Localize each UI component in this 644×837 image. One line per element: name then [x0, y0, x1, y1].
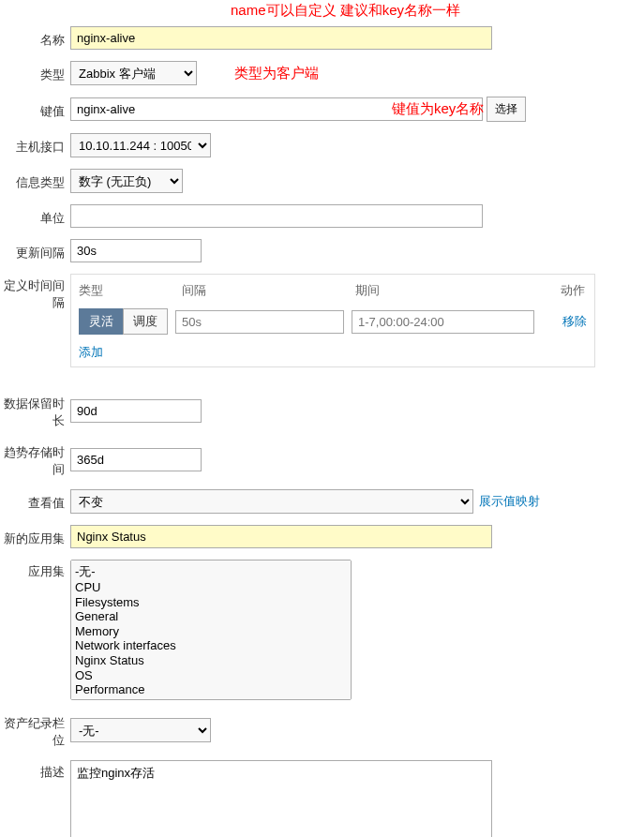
intervals-hdr-period: 期间	[355, 282, 547, 299]
new-app-input[interactable]	[70, 525, 492, 548]
list-item[interactable]: Filesystems	[75, 595, 347, 610]
unit-input[interactable]	[70, 204, 483, 228]
intervals-hdr-type: 类型	[79, 282, 182, 299]
list-item[interactable]: Network interfaces	[75, 638, 347, 653]
history-input[interactable]	[70, 399, 202, 423]
list-item[interactable]: CPU	[75, 580, 347, 595]
label-unit: 单位	[0, 206, 70, 227]
label-new-app: 新的应用集	[0, 527, 70, 547]
label-history: 数据保留时长	[0, 392, 70, 429]
label-update-interval: 更新间隔	[0, 241, 70, 262]
custom-intervals-box: 类型 间隔 期间 动作 灵活 调度 移除 添加	[70, 274, 595, 367]
label-key: 键值	[0, 99, 70, 120]
annotation-top: name可以自定义 建议和key名称一样	[231, 2, 460, 20]
type-select[interactable]: Zabbix 客户端	[70, 61, 197, 85]
interval-tab-flex[interactable]: 灵活	[79, 308, 123, 335]
populate-select[interactable]: -无-	[70, 718, 211, 742]
label-custom-intervals: 定义时间间隔	[0, 274, 70, 311]
key-select-button[interactable]: 选择	[487, 97, 526, 122]
interval-tab-sched[interactable]: 调度	[123, 308, 168, 335]
list-item[interactable]: Processes	[75, 697, 347, 700]
host-interface-select[interactable]: 10.10.11.244 : 10050	[70, 133, 211, 157]
list-item[interactable]: -无-	[75, 563, 347, 580]
preview-select[interactable]: 不变	[70, 489, 473, 514]
interval-add-link[interactable]: 添加	[71, 338, 111, 366]
annotation-key: 键值为key名称	[392, 100, 484, 118]
description-textarea[interactable]	[70, 760, 492, 837]
trends-input[interactable]	[70, 448, 202, 471]
label-apps: 应用集	[0, 560, 70, 580]
label-name: 名称	[0, 28, 70, 49]
value-mapping-link[interactable]: 展示值映射	[479, 493, 540, 510]
name-input[interactable]	[70, 26, 492, 50]
label-info-type: 信息类型	[0, 171, 70, 191]
list-item[interactable]: Performance	[75, 682, 347, 697]
interval-value-input[interactable]	[175, 310, 344, 334]
update-interval-input[interactable]	[70, 239, 202, 262]
list-item[interactable]: General	[75, 609, 347, 624]
annotation-type: 类型为客户端	[234, 65, 319, 82]
interval-period-input[interactable]	[352, 310, 534, 334]
intervals-hdr-interval: 间隔	[182, 282, 355, 299]
apps-multiselect[interactable]: -无-CPUFilesystemsGeneralMemoryNetwork in…	[70, 560, 352, 700]
label-description: 描述	[0, 760, 70, 781]
list-item[interactable]: Nginx Status	[75, 653, 347, 668]
label-trends: 趋势存储时间	[0, 441, 70, 478]
label-type: 类型	[0, 63, 70, 83]
list-item[interactable]: OS	[75, 668, 347, 683]
list-item[interactable]: Memory	[75, 624, 347, 639]
intervals-hdr-action: 动作	[547, 282, 585, 299]
label-populate: 资产纪录栏位	[0, 711, 70, 749]
interval-remove-link[interactable]: 移除	[562, 313, 587, 330]
label-host-interface: 主机接口	[0, 135, 70, 156]
label-preview: 查看值	[0, 491, 70, 512]
info-type-select[interactable]: 数字 (无正负)	[70, 169, 183, 193]
